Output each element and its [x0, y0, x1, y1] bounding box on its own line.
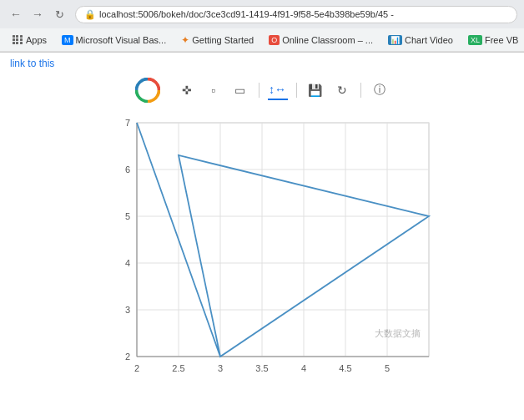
- bookmark-online-classroom-label: Online Classroom – ...: [282, 35, 373, 45]
- free-vb-icon: XL: [468, 35, 482, 45]
- nav-buttons: ← → ↻: [7, 5, 68, 23]
- classroom-icon: O: [269, 35, 280, 45]
- bookmark-microsoft-label: Microsoft Visual Bas...: [76, 35, 167, 45]
- y-tick-4: 4: [125, 258, 130, 268]
- save-tool[interactable]: 💾: [305, 80, 325, 100]
- y-tick-6: 6: [125, 164, 130, 175]
- bookmarks-bar: Apps M Microsoft Visual Bas... ✦ Getting…: [0, 28, 524, 52]
- y-tick-5: 5: [125, 211, 130, 221]
- bookmark-microsoft[interactable]: M Microsoft Visual Bas...: [57, 33, 171, 47]
- bookmark-getting-started-label: Getting Started: [192, 35, 254, 45]
- bookmark-free-vb[interactable]: XL Free VB: [463, 33, 523, 47]
- box-zoom-tool[interactable]: ▭: [230, 80, 250, 100]
- bookmark-online-classroom[interactable]: O Online Classroom – ...: [264, 33, 378, 47]
- bookmark-free-vb-label: Free VB: [485, 35, 518, 45]
- x-tick-3.5: 3.5: [255, 363, 268, 373]
- getting-started-icon: ✦: [181, 34, 189, 46]
- box-select-tool[interactable]: ▫: [204, 80, 224, 100]
- y-tick-7: 7: [125, 118, 130, 128]
- address-bar[interactable]: 🔒 localhost:5006/bokeh/doc/3ce3cd91-1419…: [75, 6, 517, 23]
- bookmark-getting-started[interactable]: ✦ Getting Started: [176, 33, 259, 48]
- chart-container: 2 2.5 3 3.5 4 4.5 5 2 3 4 5 6 7 大数据文摘: [87, 106, 437, 390]
- bookmark-apps[interactable]: Apps: [7, 33, 52, 48]
- x-tick-5: 5: [385, 363, 390, 373]
- bokeh-logo: [135, 78, 160, 103]
- svg-rect-1: [137, 123, 429, 357]
- browser-nav: ← → ↻ 🔒 localhost:5006/bokeh/doc/3ce3cd9…: [0, 0, 524, 28]
- x-tick-4: 4: [301, 363, 306, 373]
- move-tool[interactable]: ✜: [177, 80, 197, 100]
- toolbar-separator-1: [259, 83, 259, 98]
- x-tick-4.5: 4.5: [339, 363, 351, 373]
- toolbar-separator-3: [360, 83, 361, 98]
- chart-video-icon: 📊: [388, 35, 402, 45]
- x-tick-2: 2: [134, 363, 139, 373]
- address-text: localhost:5006/bokeh/doc/3ce3cd91-1419-4…: [99, 9, 394, 19]
- lock-icon: 🔒: [84, 9, 96, 20]
- page-content: link to this ✜ ▫ ▭ ↕↔ 💾 ↻ ⓘ: [0, 53, 524, 390]
- bookmark-chart-video[interactable]: 📊 Chart Video: [383, 33, 458, 47]
- bookmark-chart-video-label: Chart Video: [405, 35, 453, 45]
- help-tool[interactable]: ⓘ: [370, 80, 390, 100]
- apps-grid-icon: [12, 34, 23, 46]
- chart-svg: 2 2.5 3 3.5 4 4.5 5 2 3 4 5 6 7: [95, 114, 446, 390]
- watermark: 大数据文摘: [375, 327, 421, 340]
- microsoft-icon: M: [62, 35, 73, 45]
- back-button[interactable]: ←: [7, 5, 25, 23]
- refresh-tool[interactable]: ↻: [332, 80, 352, 100]
- pan-tool[interactable]: ↕↔: [268, 80, 288, 100]
- link-to-this-link[interactable]: link to this: [10, 58, 54, 69]
- bookmark-apps-label: Apps: [26, 35, 47, 45]
- forward-button[interactable]: →: [28, 5, 47, 23]
- x-tick-2.5: 2.5: [172, 363, 184, 373]
- x-tick-3: 3: [218, 363, 223, 373]
- y-tick-3: 3: [125, 305, 130, 315]
- toolbar: ✜ ▫ ▭ ↕↔ 💾 ↻ ⓘ: [177, 80, 390, 100]
- browser-chrome: ← → ↻ 🔒 localhost:5006/bokeh/doc/3ce3cd9…: [0, 0, 524, 53]
- toolbar-separator-2: [296, 83, 297, 98]
- link-to-this-area: link to this: [0, 53, 524, 74]
- y-tick-2: 2: [125, 352, 130, 362]
- reload-button[interactable]: ↻: [50, 5, 68, 23]
- bokeh-toolbar-row: ✜ ▫ ▭ ↕↔ 💾 ↻ ⓘ: [0, 74, 524, 106]
